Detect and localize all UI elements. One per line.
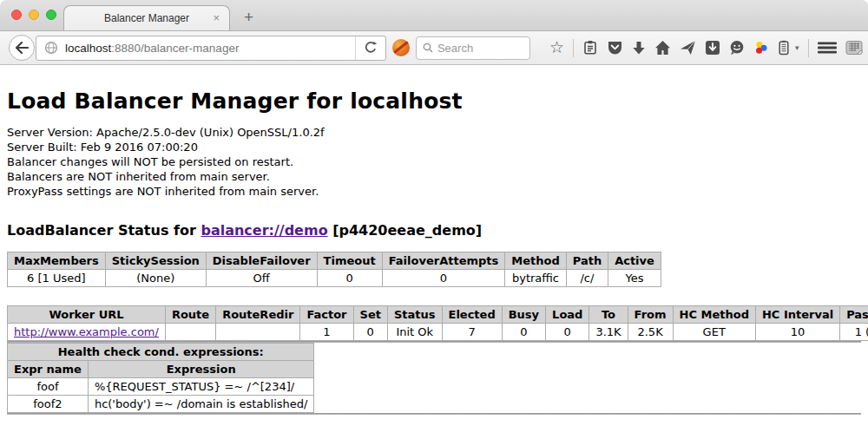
url-bar[interactable]: localhost:8880/balancer-manager: [36, 36, 386, 61]
column-header: To: [589, 306, 628, 324]
column-header: From: [628, 306, 673, 324]
cell-expression: hc('body') =~ /domain is established/: [88, 396, 314, 413]
cell-status: Init Ok: [387, 324, 442, 341]
cell-expression: %{REQUEST_STATUS} =~ /^[234]/: [88, 378, 314, 396]
flash-blocked-icon[interactable]: [392, 39, 410, 56]
cell-method: bytraffic: [505, 270, 566, 287]
cell-stickysession: (None): [105, 270, 206, 287]
cell-maxmembers: 6 [1 Used]: [8, 270, 106, 287]
server-info: Server Version: Apache/2.5.0-dev (Unix) …: [7, 125, 861, 199]
balancer-demo-link[interactable]: balancer://demo: [201, 222, 327, 239]
tab-close-icon[interactable]: ×: [213, 12, 220, 23]
table-row: http://www.example.com/ 1 0 Init Ok 7 0 …: [8, 324, 868, 341]
home-icon[interactable]: [654, 40, 671, 56]
colored-dots-icon[interactable]: [753, 40, 769, 56]
column-header: StickySession: [105, 252, 206, 270]
window-controls: [11, 10, 56, 20]
cell-expr-name: foof2: [8, 396, 89, 413]
tab-balancer-manager[interactable]: Balancer Manager ×: [63, 5, 230, 30]
cell-passes: 1 (0): [840, 324, 868, 341]
downloads-icon[interactable]: [632, 41, 646, 56]
table-row: foof %{REQUEST_STATUS} =~ /^[234]/: [8, 378, 314, 396]
column-header: Worker URL: [8, 306, 166, 324]
cell-elected: 7: [442, 324, 502, 341]
column-header: RouteRedir: [216, 306, 300, 324]
health-table-title: Health check cond. expressions:: [8, 344, 314, 361]
cell-set: 0: [353, 324, 387, 341]
cell-factor: 1: [300, 324, 353, 341]
column-header: HC Interval: [755, 306, 839, 324]
cell-from: 2.5K: [628, 324, 673, 341]
reload-button[interactable]: [355, 36, 385, 60]
menu-hamburger-icon[interactable]: [818, 41, 837, 55]
search-input[interactable]: [437, 42, 523, 55]
zoom-window-button[interactable]: [46, 10, 56, 20]
status-heading-prefix: LoadBalancer Status for: [7, 222, 201, 239]
cell-path: /c/: [566, 270, 608, 287]
column-header: DisableFailover: [206, 252, 317, 270]
url-text: localhost:8880/balancer-manager: [65, 42, 239, 55]
column-header: Elected: [442, 306, 502, 324]
back-button[interactable]: [9, 35, 35, 61]
column-header: Active: [608, 252, 661, 270]
browser-window: Balancer Manager × + localhost:8880/bala…: [0, 0, 868, 426]
url-domain: localhost: [65, 42, 111, 55]
tab-groups-icon[interactable]: [845, 40, 863, 56]
pocket-icon[interactable]: [607, 40, 623, 56]
send-plane-icon[interactable]: [680, 40, 696, 56]
cell-hc-interval: 10: [755, 324, 839, 341]
column-header: Route: [165, 306, 215, 324]
cell-hc-method: GET: [673, 324, 755, 341]
cell-timeout: 0: [317, 270, 382, 287]
cell-worker-url: http://www.example.com/: [8, 324, 166, 341]
status-heading-suffix: [p4420eeae_demo]: [328, 222, 483, 239]
column-header: Busy: [502, 306, 545, 324]
server-built-line: Server Built: Feb 9 2016 07:00:20: [7, 140, 861, 154]
cell-to: 3.1K: [589, 324, 628, 341]
search-box[interactable]: [416, 36, 530, 60]
close-window-button[interactable]: [11, 10, 22, 20]
cell-route: [165, 324, 215, 341]
cell-failoverattempts: 0: [382, 270, 505, 287]
server-version-line: Server Version: Apache/2.5.0-dev (Unix) …: [7, 125, 861, 140]
toolbar-icons: ☆ ▾: [549, 39, 863, 57]
cell-expr-name: foof: [8, 378, 89, 396]
column-header: Factor: [300, 306, 353, 324]
balancer-settings-table: MaxMembers StickySession DisableFailover…: [7, 252, 661, 287]
page-title: Load Balancer Manager for localhost: [7, 65, 861, 114]
notes-panel-icon[interactable]: [778, 40, 790, 56]
cell-routeredir: [216, 324, 300, 341]
cell-disablefailover: Off: [206, 270, 317, 287]
video-download-icon[interactable]: [705, 40, 720, 56]
loadbalancer-status-heading: LoadBalancer Status for balancer://demo …: [7, 222, 861, 239]
reload-icon: [364, 41, 378, 55]
chevron-down-icon[interactable]: ▾: [795, 43, 799, 52]
back-arrow-icon: [15, 42, 29, 54]
divider: [7, 413, 861, 415]
smiley-chat-icon[interactable]: [729, 40, 745, 56]
column-header: HC Method: [673, 306, 755, 324]
column-header: FailoverAttempts: [382, 252, 505, 270]
minimize-window-button[interactable]: [29, 10, 39, 20]
cell-busy: 0: [502, 324, 545, 341]
column-header: MaxMembers: [8, 252, 106, 270]
tab-title: Balancer Manager: [104, 12, 189, 24]
inherit-notice-line: Balancers are NOT inherited from main se…: [7, 169, 861, 184]
tab-bar: Balancer Manager × +: [0, 0, 868, 31]
column-header: Path: [566, 252, 608, 270]
search-icon: [423, 42, 433, 54]
page-content: Load Balancer Manager for localhost Serv…: [0, 65, 868, 415]
column-header: Load: [546, 306, 589, 324]
proxypass-notice-line: ProxyPass settings are NOT inherited fro…: [7, 184, 861, 199]
worker-url-link[interactable]: http://www.example.com/: [14, 325, 159, 338]
table-header-row: MaxMembers StickySession DisableFailover…: [8, 252, 661, 270]
cell-active: Yes: [608, 270, 661, 287]
health-check-table: Health check cond. expressions: Expr nam…: [7, 343, 314, 413]
column-header: Expr name: [8, 361, 89, 378]
column-header: Status: [387, 306, 442, 324]
reading-list-icon[interactable]: [582, 40, 598, 56]
table-row: 6 [1 Used] (None) Off 0 0 bytraffic /c/ …: [8, 270, 661, 287]
bookmark-star-icon[interactable]: ☆: [549, 39, 564, 56]
table-title-row: Health check cond. expressions:: [8, 344, 314, 361]
new-tab-button[interactable]: +: [244, 10, 253, 24]
